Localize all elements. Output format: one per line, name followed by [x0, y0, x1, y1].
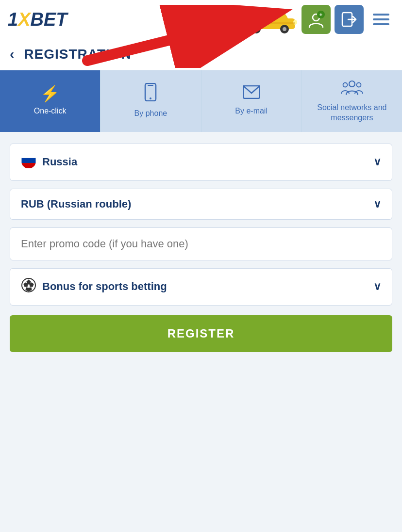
svg-point-4	[254, 27, 258, 31]
country-dropdown-left: Russia	[21, 153, 77, 172]
svg-point-15	[150, 97, 151, 99]
tab-one-click[interactable]: ⚡ One-click	[0, 70, 100, 132]
tab-social[interactable]: Social networks and messengers	[302, 70, 402, 132]
tab-by-email-label: By e-mail	[235, 106, 268, 116]
svg-point-19	[343, 83, 347, 87]
tab-by-phone[interactable]: By phone	[100, 70, 201, 132]
car-image	[244, 5, 298, 34]
currency-dropdown-left: RUB (Russian rouble)	[21, 198, 131, 210]
hamburger-icon	[373, 14, 389, 25]
register-button[interactable]: REGISTER	[10, 315, 392, 352]
form-area: Russia ∨ RUB (Russian rouble) ∨	[0, 132, 402, 364]
currency-chevron-icon: ∨	[373, 198, 381, 210]
bonus-left: Bonus for sports betting	[21, 277, 167, 296]
currency-label: RUB (Russian rouble)	[21, 198, 131, 210]
bonus-dropdown[interactable]: Bonus for sports betting ∨	[10, 268, 392, 306]
svg-point-6	[283, 27, 286, 31]
menu-button[interactable]	[368, 6, 394, 33]
page-title-bar: ‹ REGISTRATION	[0, 39, 402, 70]
soccer-icon	[21, 277, 36, 296]
promo-code-field[interactable]	[10, 227, 392, 260]
page-title: REGISTRATION	[24, 47, 131, 62]
phone-icon	[143, 83, 158, 104]
currency-dropdown[interactable]: RUB (Russian rouble) ∨	[10, 189, 392, 220]
svg-text:+: +	[319, 12, 322, 17]
bonus-chevron-icon: ∨	[373, 280, 381, 293]
lightning-icon: ⚡	[40, 86, 60, 101]
logo-x: X	[18, 9, 30, 30]
tab-by-email[interactable]: By e-mail	[201, 70, 302, 132]
register-icon-button[interactable]	[335, 5, 364, 34]
header: 1XBET	[0, 0, 402, 39]
header-right: +	[244, 5, 394, 34]
back-button[interactable]: ‹	[10, 47, 14, 62]
svg-point-20	[356, 83, 361, 87]
social-icon	[341, 79, 363, 98]
registration-tabs: ⚡ One-click By phone By e-mail	[0, 70, 402, 132]
svg-point-18	[349, 81, 355, 87]
country-label: Russia	[42, 156, 77, 168]
logo: 1XBET	[8, 9, 67, 30]
svg-marker-26	[26, 288, 32, 291]
tab-social-label: Social networks and messengers	[306, 103, 398, 123]
logo-text: 1XBET	[8, 9, 67, 30]
svg-rect-8	[247, 22, 295, 24]
login-button[interactable]: +	[302, 5, 331, 34]
russia-flag-icon	[21, 153, 36, 172]
country-dropdown[interactable]: Russia ∨	[10, 144, 392, 181]
tab-by-phone-label: By phone	[134, 109, 168, 119]
promo-code-input[interactable]	[21, 238, 381, 250]
bonus-label: Bonus for sports betting	[42, 280, 167, 293]
tab-one-click-label: One-click	[34, 106, 67, 116]
country-chevron-icon: ∨	[373, 156, 381, 168]
email-icon	[243, 85, 260, 101]
